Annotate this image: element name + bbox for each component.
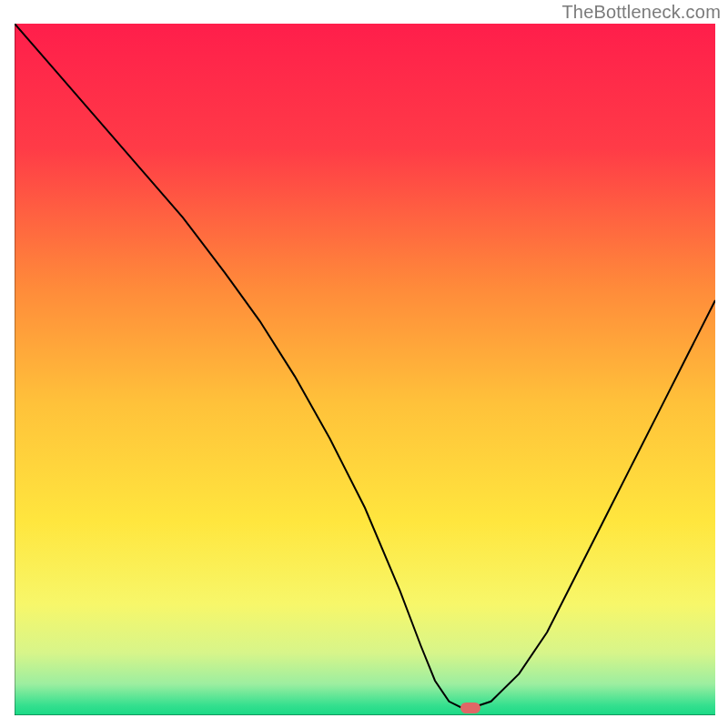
svg-rect-0 — [15, 24, 715, 715]
plot-area — [15, 24, 715, 715]
watermark-text: TheBottleneck.com — [561, 2, 721, 23]
highlight-marker — [460, 703, 480, 713]
chart-container: TheBottleneck.com — [0, 0, 728, 728]
background-gradient — [15, 24, 715, 715]
